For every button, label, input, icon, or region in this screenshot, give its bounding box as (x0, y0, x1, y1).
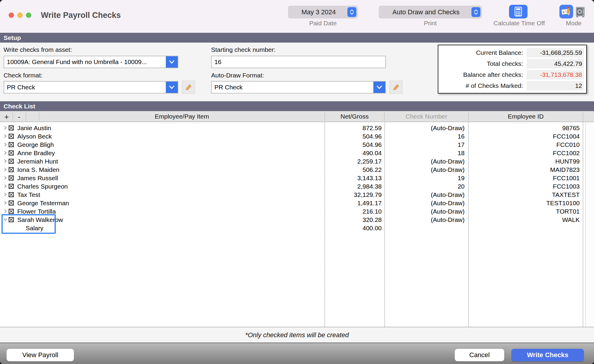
table-row[interactable]: Jeremiah Hunt2,259.17(Auto-Draw)HUNT99 (0, 157, 594, 166)
check-format-value: PR Check (4, 84, 166, 91)
chevron-right-icon[interactable] (3, 192, 8, 197)
table-row[interactable]: James Russell3,143.1319FCC1001 (0, 174, 594, 182)
asset-dropdown[interactable]: 10009A: General Fund with no Umbrella - … (4, 56, 178, 68)
check-number-value: 17 (388, 141, 465, 149)
chevron-right-icon[interactable] (3, 125, 8, 130)
employee-id-value: MAID7823 (471, 166, 580, 174)
chevron-right-icon[interactable] (3, 167, 8, 172)
starting-check-number-input[interactable] (211, 56, 386, 68)
chevron-right-icon[interactable] (3, 134, 8, 139)
checkbox-checked[interactable] (9, 175, 14, 181)
table-row[interactable]: Flower Tortilla216.10(Auto-Draw)TORT01 (0, 207, 594, 216)
checkbox-checked[interactable] (9, 159, 14, 164)
chevron-right-icon[interactable] (3, 150, 8, 155)
checkbox-checked[interactable] (9, 200, 14, 206)
table-row[interactable]: Tax Test32,129.79(Auto-Draw)TAXTEST (0, 191, 594, 199)
auto-draw-format-dropdown[interactable]: PR Check (211, 81, 386, 94)
table-row[interactable]: George Testerman1,491.17(Auto-Draw)TEST1… (0, 199, 594, 207)
footnote-bar: *Only checked items will be created (0, 327, 594, 343)
check-format-dropdown[interactable]: PR Check (4, 81, 178, 94)
chevron-right-icon[interactable] (3, 184, 8, 189)
net-gross-value: 3,143.13 (326, 174, 382, 182)
view-payroll-button[interactable]: View Payroll (7, 349, 74, 361)
minimize-button[interactable] (17, 13, 23, 18)
print-mode-popup[interactable]: Auto Draw and Checks (379, 6, 482, 18)
remove-row-button[interactable]: - (13, 111, 25, 122)
summary-value: -31,668,255.59 (527, 48, 584, 57)
calculator-icon (514, 7, 523, 17)
zoom-button[interactable] (26, 13, 31, 18)
setup-panel: Write checks from asset: 10009A: General… (0, 43, 594, 101)
calculate-time-off-label: Calculate Time Off (491, 20, 548, 27)
chevron-right-icon[interactable] (3, 159, 8, 164)
summary-row: Balance after checks:-31,713,678.38 (441, 69, 584, 80)
chevron-right-icon[interactable] (3, 209, 8, 214)
checkbox-checked[interactable] (9, 217, 14, 222)
checkbox-checked[interactable] (9, 184, 14, 189)
close-button[interactable] (9, 13, 14, 18)
mode-vault-button[interactable] (574, 5, 586, 18)
footer-bar: View Payroll Cancel Write Checks (0, 343, 594, 364)
net-gross-value: 320.28 (326, 216, 382, 224)
checkbox-checked[interactable] (9, 134, 14, 139)
summary-label: Current Balance: (441, 49, 527, 56)
calculate-time-off-button[interactable] (509, 5, 528, 18)
stepper-icon (347, 7, 356, 17)
employee-id-value: FCC1002 (471, 149, 580, 157)
check-number-value: 18 (388, 149, 465, 157)
column-header-employee-id[interactable]: Employee ID (469, 111, 583, 122)
table-row[interactable]: George Bligh504.9617FCC010 (0, 141, 594, 149)
pay-item-row[interactable]: Salary400.00 (0, 224, 594, 232)
column-header-check-number[interactable]: Check Number (385, 111, 468, 122)
checkbox-checked[interactable] (9, 192, 14, 197)
table-row[interactable]: Iona S. Maiden506.22(Auto-Draw)MAID7823 (0, 166, 594, 174)
column-header-employee-pay-item[interactable]: Employee/Pay Item (39, 111, 324, 122)
add-row-button[interactable]: + (1, 111, 13, 122)
employee-id-value: TEST10100 (471, 199, 580, 207)
net-gross-value: 504.96 (326, 141, 382, 149)
checkbox-checked[interactable] (9, 167, 14, 172)
employee-name: James Russell (17, 174, 58, 182)
cancel-button[interactable]: Cancel (455, 349, 504, 361)
edit-check-format-button[interactable] (182, 81, 195, 94)
employee-id-value: FCC1004 (471, 132, 580, 141)
pay-item-name: Salary (26, 224, 44, 232)
mode-checks-button[interactable]: $ (559, 5, 573, 18)
net-gross-value: 504.96 (326, 132, 382, 141)
footnote-text: *Only checked items will be created (245, 331, 349, 339)
checkbox-checked[interactable] (9, 142, 14, 147)
employee-name: Tax Test (17, 191, 40, 199)
chevron-right-icon[interactable] (3, 175, 8, 180)
summary-value: -31,713,678.38 (527, 70, 584, 80)
table-row[interactable]: Janie Austin872.59(Auto-Draw)98765 (0, 124, 594, 132)
column-header-net-gross[interactable]: Net/Gross (325, 111, 384, 122)
asset-dropdown-value: 10009A: General Fund with no Umbrella - … (4, 58, 166, 66)
paid-date-popup[interactable]: May 3 2024 (288, 6, 358, 18)
pencil-icon (393, 84, 399, 91)
check-list-table-header: + - Employee/Pay Item Net/Gross Check Nu… (0, 111, 594, 122)
check-number-value: (Auto-Draw) (388, 157, 465, 166)
write-checks-button[interactable]: Write Checks (511, 349, 584, 361)
check-and-pencil-icon: $ (561, 6, 572, 17)
table-row[interactable]: Charles Spurgeon2,984.3820FCC1003 (0, 182, 594, 191)
checkbox-checked[interactable] (9, 125, 14, 130)
chevron-right-icon[interactable] (3, 200, 8, 205)
chevron-down-icon (166, 56, 178, 68)
write-payroll-checks-window: Write Payroll Checks May 3 2024 Paid Dat… (0, 0, 594, 364)
checkbox-checked[interactable] (9, 150, 14, 155)
check-number-value: (Auto-Draw) (388, 191, 465, 199)
chevron-down-icon[interactable] (3, 217, 8, 222)
employee-id-value: 98765 (471, 124, 580, 132)
summary-row: # of Checks Marked:12 (441, 80, 584, 91)
checkbox-checked[interactable] (9, 209, 14, 214)
check-number-value: (Auto-Draw) (388, 124, 465, 132)
table-row[interactable]: Anne Bradley490.0418FCC1002 (0, 149, 594, 157)
table-row[interactable]: Alyson Beck504.9616FCC1004 (0, 132, 594, 141)
check-format-label: Check format: (4, 72, 43, 79)
table-row[interactable]: Sarah Walkerow320.28(Auto-Draw)WALK (0, 216, 594, 224)
vault-icon (575, 6, 585, 18)
edit-auto-draw-format-button[interactable] (389, 81, 403, 94)
chevron-right-icon[interactable] (3, 142, 8, 147)
employee-id-value: TORT01 (471, 207, 580, 216)
stepper-icon (471, 7, 480, 17)
